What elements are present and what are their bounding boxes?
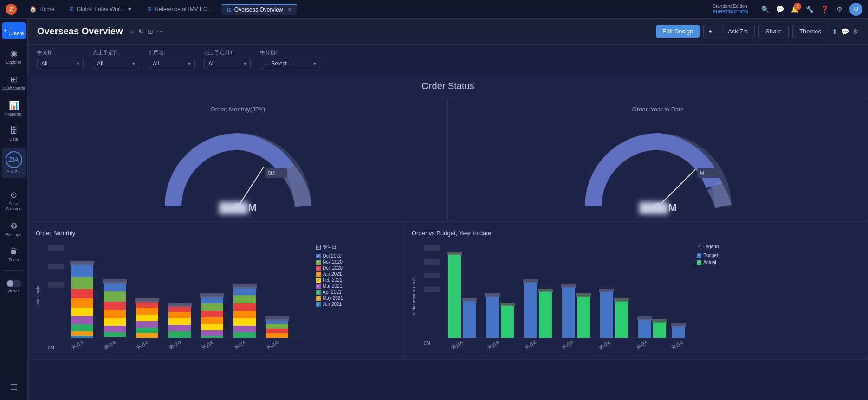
sidebar-item-settings[interactable]: ⚙ Settings: [2, 217, 26, 241]
svg-rect-102: [672, 326, 685, 338]
bar-chart-2-panel: Order vs Budget, Year to date Order amou…: [404, 222, 868, 360]
tab-reference[interactable]: ⊞ Reference of IMV EC...: [142, 4, 217, 14]
may2021-checkbox[interactable]: ✓: [316, 296, 321, 301]
svg-rect-79: [463, 301, 476, 338]
apr2021-checkbox[interactable]: ✓: [316, 290, 321, 295]
filter-group-2: 売上予定日: All: [93, 49, 139, 69]
gauge-2-blurred: ████: [639, 202, 668, 214]
sidebar-item-viewer[interactable]: Viewer: [2, 274, 26, 297]
star-icon[interactable]: ☆: [129, 28, 135, 35]
upload-icon[interactable]: ⬆: [832, 28, 837, 35]
sidebar-item-trash[interactable]: 🗑 Trash: [2, 243, 26, 266]
filter-select-2[interactable]: All: [93, 58, 139, 69]
svg-rect-20: [71, 331, 93, 336]
create-button[interactable]: + + Create: [2, 22, 26, 39]
themes-button[interactable]: Themes: [792, 25, 828, 38]
bar-chart-2-title: Order vs Budget, Year to date: [412, 230, 860, 237]
legend-item-nov2020: ✓ Nov 2020: [316, 259, 343, 265]
legend-header-2: ✓ Legend: [697, 244, 719, 249]
gauge-2-svg: M ████M: [456, 118, 860, 214]
filter-select-1[interactable]: All: [37, 58, 84, 69]
chat-icon[interactable]: 💬: [775, 5, 784, 14]
comment-icon[interactable]: 💬: [841, 28, 849, 35]
tab-global-sales[interactable]: ⊞ Global Sales Wor... ▼: [64, 4, 138, 14]
grid-icon[interactable]: ⊞: [148, 28, 153, 35]
tools-icon[interactable]: 🔧: [805, 5, 814, 14]
svg-rect-36: [136, 333, 158, 338]
svg-rect-8: [48, 245, 64, 251]
budget-checkbox[interactable]: ✓: [697, 253, 701, 258]
feb2021-checkbox[interactable]: ✓: [316, 278, 321, 283]
bell-btn-wrapper: 🔔 3: [790, 5, 799, 14]
svg-text:拠点E: 拠点E: [598, 339, 612, 350]
page-settings-icon[interactable]: ⚙: [853, 28, 859, 35]
svg-rect-86: [524, 282, 537, 338]
sidebar-item-dashboards[interactable]: ⊞ Dashboards: [2, 71, 26, 95]
svg-text:拠点G: 拠点G: [266, 339, 279, 350]
legend-checkbox-header-1[interactable]: ✓: [316, 245, 321, 250]
tab-overseas-overview[interactable]: ⊞ Overseas Overview ✕: [221, 4, 297, 15]
svg-text:拠点C: 拠点C: [136, 339, 149, 350]
tab-home[interactable]: 🏠 Home: [24, 4, 60, 14]
svg-rect-100: [637, 316, 652, 320]
svg-rect-55: [233, 311, 256, 318]
sidebar-item-reports[interactable]: 📊 Reports: [2, 97, 26, 121]
mar2021-checkbox[interactable]: ✓: [316, 284, 321, 289]
close-tab-icon[interactable]: ✕: [288, 7, 291, 12]
filter-label-4: 売上予定日1:: [204, 49, 251, 56]
filter-label-5: 中分類1:: [260, 49, 320, 56]
svg-rect-58: [233, 332, 256, 338]
svg-rect-51: [200, 293, 224, 298]
refresh-icon[interactable]: ↻: [138, 28, 144, 35]
dec2020-checkbox[interactable]: ✓: [316, 266, 321, 271]
data-icon: 🗄: [10, 126, 18, 135]
filter-group-3: 部門名: All: [149, 49, 195, 69]
legend-item-actual: ✓ Actual: [697, 260, 719, 265]
bar-chart-1-title: Order, Monthly: [36, 230, 396, 237]
filter-select-wrapper-1: All: [37, 58, 84, 69]
edit-design-button[interactable]: Edit Design: [656, 25, 700, 38]
zia-icon: ZIA: [6, 151, 22, 168]
nov2020-checkbox[interactable]: ✓: [316, 260, 321, 265]
svg-rect-73: [424, 259, 440, 265]
svg-rect-59: [233, 284, 257, 289]
sidebar-item-explorer[interactable]: ◉ Explorer: [2, 45, 26, 69]
svg-rect-24: [104, 291, 126, 302]
svg-rect-18: [71, 316, 93, 324]
share-button[interactable]: Share: [758, 25, 789, 38]
search-icon[interactable]: 🔍: [760, 5, 770, 14]
svg-rect-83: [501, 305, 514, 338]
filter-select-5[interactable]: --- Select ---: [260, 58, 320, 69]
jan2021-checkbox[interactable]: ✓: [316, 272, 321, 277]
sidebar-item-ask-zia[interactable]: ZIA Ask Zia: [2, 148, 26, 178]
sidebar-item-menu[interactable]: ☰: [2, 379, 26, 396]
svg-text:拠点D: 拠点D: [561, 339, 575, 350]
legend-item-dec2020: ✓ Dec 2020: [316, 265, 343, 271]
legend-checkbox-header-2[interactable]: ✓: [697, 245, 701, 249]
sidebar-item-data-sources[interactable]: ⊙ Data Sources: [2, 186, 26, 215]
jun2021-checkbox[interactable]: ✓: [316, 302, 321, 307]
ask-zia-button[interactable]: Ask Zia: [721, 25, 755, 38]
svg-text:拠点D: 拠点D: [168, 339, 182, 350]
svg-rect-99: [653, 322, 666, 338]
filter-select-3[interactable]: All: [149, 58, 195, 69]
svg-text:拠点E: 拠点E: [201, 339, 214, 350]
explorer-icon: ◉: [10, 48, 18, 58]
oct2020-checkbox[interactable]: ✓: [316, 254, 321, 258]
y-axis-label-2: Order amount (JPY): [412, 240, 420, 352]
viewer-toggle[interactable]: [6, 280, 21, 287]
settings-icon[interactable]: ⚙: [835, 5, 844, 14]
filter-select-4[interactable]: All: [204, 58, 251, 69]
more-icon[interactable]: ⋯: [157, 28, 163, 35]
svg-rect-39: [168, 312, 191, 318]
actual-checkbox[interactable]: ✓: [697, 260, 701, 265]
svg-rect-32: [136, 308, 158, 315]
content-area: Overseas Overview ☆ ↻ ⊞ ⋯ Edit Design + …: [28, 19, 868, 400]
help-icon[interactable]: ❓: [820, 5, 829, 14]
svg-text:0M: 0M: [424, 341, 430, 346]
svg-rect-29: [104, 332, 126, 337]
user-avatar[interactable]: U: [849, 3, 862, 16]
sidebar-item-data[interactable]: 🗄 Data: [2, 122, 26, 146]
svg-rect-64: [265, 316, 289, 321]
add-button[interactable]: +: [703, 25, 717, 38]
